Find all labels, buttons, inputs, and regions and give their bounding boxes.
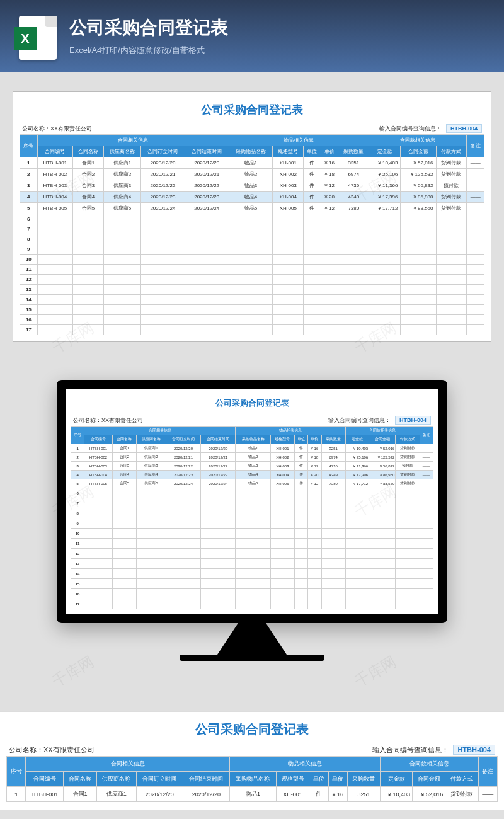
table-row[interactable]: 3HTBH-003合同3供应商32020/12/222020/12/22物品3X… <box>71 462 433 471</box>
table-row[interactable]: 16 <box>71 589 433 599</box>
query-value[interactable]: HTBH-004 <box>446 124 482 133</box>
table-row[interactable]: 8 <box>20 234 484 244</box>
table-row[interactable]: 15 <box>20 305 484 315</box>
table-row[interactable]: 17 <box>20 325 484 335</box>
table-row[interactable]: 11 <box>71 539 433 549</box>
table-row[interactable]: 9 <box>71 518 433 529</box>
table-row[interactable]: 2HTBH-002合同2供应商22020/12/212020/12/21物品2X… <box>71 453 433 462</box>
col-remark: 备注 <box>420 427 433 444</box>
excel-x-badge: X <box>14 27 37 50</box>
spreadsheet-panel: 公司采购合同登记表 公司名称：XX有限责任公司 输入合同编号查询信息： HTBH… <box>13 91 491 342</box>
colgroup-contract: 合同相关信息 <box>37 135 229 146</box>
colgroup-money: 合同款相关信息 <box>381 757 478 772</box>
colgroup-item: 物品相关信息 <box>236 427 345 435</box>
table-row[interactable]: 2HTBH-002合同2供应商22020/12/212020/12/21物品2X… <box>20 169 484 180</box>
colgroup-money: 合同款相关信息 <box>369 135 467 146</box>
col-remark: 备注 <box>467 135 484 158</box>
table-row[interactable]: 9 <box>20 244 484 255</box>
col-seq: 序号 <box>20 135 38 158</box>
table-row[interactable]: 6 <box>20 214 484 224</box>
sheet-title: 公司采购合同登记表 <box>20 98 484 123</box>
hero-title: 公司采购合同登记表 <box>69 16 228 40</box>
table-row[interactable]: 10 <box>20 255 484 265</box>
col-seq: 序号 <box>7 757 26 787</box>
table-row[interactable]: 13 <box>20 285 484 295</box>
table-row[interactable]: 5HTBH-005合同5供应商52020/12/242020/12/24物品5X… <box>20 203 484 214</box>
monitor-mockup: 公司采购合同登记表 公司名称：XX有限责任公司 输入合同编号查询信息： HTBH… <box>0 380 504 661</box>
table-row[interactable]: 7 <box>20 224 484 234</box>
table-row[interactable]: 11 <box>20 265 484 275</box>
table-row[interactable]: 13 <box>71 559 433 569</box>
table-row[interactable]: 1HTBH-001合同1供应商12020/12/202020/12/20物品1X… <box>20 158 484 169</box>
contract-table: 序号合同相关信息物品相关信息合同款相关信息备注合同编号合同名称供应商名称合同订立… <box>20 134 484 335</box>
table-row[interactable]: 14 <box>71 569 433 579</box>
table-row[interactable]: 6 <box>71 488 433 498</box>
table-row[interactable]: 4HTBH-004合同4供应商42020/12/232020/12/23物品4X… <box>20 192 484 203</box>
table-row[interactable]: 17 <box>71 599 433 609</box>
colgroup-item: 物品相关信息 <box>229 757 380 772</box>
excel-file-icon: X <box>19 16 57 60</box>
hero-subtitle: Excel/A4打印/内容随意修改/自带格式 <box>69 45 228 56</box>
table-row[interactable]: 12 <box>71 549 433 559</box>
hero-banner: X 公司采购合同登记表 Excel/A4打印/内容随意修改/自带格式 <box>0 0 504 72</box>
query-area: 输入合同编号查询信息： HTBH-004 <box>379 125 482 133</box>
colgroup-contract: 合同相关信息 <box>26 757 230 772</box>
colgroup-item: 物品相关信息 <box>229 135 369 146</box>
table-row[interactable]: 10 <box>71 529 433 539</box>
col-seq: 序号 <box>71 427 84 444</box>
table-row[interactable]: 1HTBH-001合同1供应商12020/12/202020/12/20物品1X… <box>7 787 498 802</box>
table-row[interactable]: 5HTBH-005合同5供应商52020/12/242020/12/24物品5X… <box>71 479 433 488</box>
contract-table: 序号合同相关信息物品相关信息合同款相关信息备注合同编号合同名称供应商名称合同订立… <box>6 756 498 802</box>
monitor-sheet-title: 公司采购合同登记表 <box>71 394 433 415</box>
table-row[interactable]: 8 <box>71 508 433 518</box>
table-row[interactable]: 7 <box>71 498 433 508</box>
table-row[interactable]: 4HTBH-004合同4供应商42020/12/232020/12/23物品4X… <box>71 471 433 479</box>
table-row[interactable]: 16 <box>20 315 484 325</box>
colgroup-contract: 合同相关信息 <box>84 427 236 435</box>
colgroup-money: 合同款相关信息 <box>345 427 420 435</box>
company-label: 公司名称：XX有限责任公司 <box>22 125 92 133</box>
contract-table: 序号合同相关信息物品相关信息合同款相关信息备注合同编号合同名称供应商名称合同订立… <box>71 426 433 609</box>
table-row[interactable]: 12 <box>20 275 484 285</box>
table-row[interactable]: 1HTBH-001合同1供应商12020/12/202020/12/20物品1X… <box>71 444 433 453</box>
table-row[interactable]: 3HTBH-003合同3供应商32020/12/222020/12/22物品3X… <box>20 180 484 192</box>
table-row[interactable]: 14 <box>20 295 484 305</box>
col-remark: 备注 <box>478 757 497 787</box>
bottom-preview-strip: 公司采购合同登记表 公司名称：XX有限责任公司 输入合同编号查询信息： HTBH… <box>0 711 504 810</box>
table-row[interactable]: 15 <box>71 579 433 589</box>
